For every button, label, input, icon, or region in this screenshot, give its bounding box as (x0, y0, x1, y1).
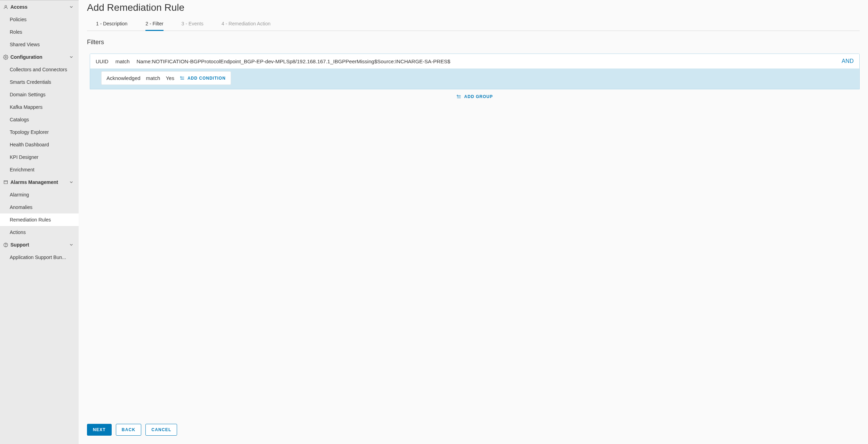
filter-value: Name:NOTIFICATION-BGPProtocolEndpoint_BG… (137, 58, 451, 64)
svg-point-0 (5, 5, 7, 7)
sidebar-item-label: Catalogs (10, 117, 29, 122)
alarm-icon (3, 179, 8, 185)
filter-logic-operator[interactable]: AND (842, 58, 854, 64)
filter-field: Acknowledged (106, 75, 141, 81)
button-label: BACK (122, 427, 135, 432)
sidebar-item-label: Policies (10, 17, 26, 22)
filter-group: UUID match Name:NOTIFICATION-BGPProtocol… (90, 54, 860, 89)
sidebar-item-anomalies[interactable]: Anomalies (0, 201, 79, 213)
sidebar-group-support[interactable]: Support (0, 239, 79, 251)
sidebar-item-label: Application Support Bun... (10, 255, 66, 260)
sidebar-item-health-dashboard[interactable]: Health Dashboard (0, 138, 79, 151)
chevron-down-icon (69, 5, 74, 9)
sidebar-item-remediation-rules[interactable]: Remediation Rules (0, 213, 79, 226)
tab-events[interactable]: 3 - Events (182, 17, 204, 31)
filter-subgroup: Acknowledged match Yes ADD CONDITION (90, 68, 859, 89)
tab-label: 3 - Events (182, 21, 204, 26)
add-group-label: ADD GROUP (464, 94, 493, 99)
sidebar-item-kafka-mappers[interactable]: Kafka Mappers (0, 101, 79, 113)
sidebar-group-label: Access (10, 4, 27, 10)
svg-point-3 (6, 246, 6, 246)
back-button[interactable]: BACK (116, 424, 141, 436)
sidebar-item-label: Collectors and Connectors (10, 67, 67, 72)
tab-label: 1 - Description (96, 21, 127, 26)
tab-label: 2 - Filter (145, 21, 163, 26)
sidebar-group-label: Configuration (10, 54, 42, 60)
sidebar-item-label: Anomalies (10, 204, 32, 210)
sidebar-item-shared-views[interactable]: Shared Views (0, 38, 79, 51)
sidebar-item-domain-settings[interactable]: Domain Settings (0, 88, 79, 101)
button-label: CANCEL (151, 427, 171, 432)
chevron-down-icon (69, 242, 74, 247)
sidebar-group-configuration[interactable]: Configuration (0, 51, 79, 63)
next-button[interactable]: NEXT (87, 424, 112, 436)
sidebar-item-smarts-credentials[interactable]: Smarts Credentials (0, 76, 79, 88)
sidebar-item-actions[interactable]: Actions (0, 226, 79, 239)
sidebar-group-label: Alarms Management (10, 179, 58, 185)
page-title: Add Remediation Rule (87, 0, 860, 17)
sidebar-item-catalogs[interactable]: Catalogs (0, 113, 79, 126)
sidebar-group-alarms[interactable]: Alarms Management (0, 176, 79, 188)
sidebar-item-label: Roles (10, 29, 22, 35)
svg-point-1 (5, 56, 6, 58)
add-filter-icon (180, 76, 185, 81)
wizard-footer: NEXT BACK CANCEL (87, 415, 860, 436)
filter-value: Yes (166, 75, 174, 81)
filter-field: UUID (96, 58, 109, 64)
chevron-down-icon (69, 180, 74, 185)
sidebar-item-topology-explorer[interactable]: Topology Explorer (0, 126, 79, 138)
sidebar-item-label: KPI Designer (10, 154, 38, 160)
sidebar-item-label: Shared Views (10, 42, 40, 47)
sidebar-item-alarming[interactable]: Alarming (0, 188, 79, 201)
sidebar-item-label: Health Dashboard (10, 142, 49, 147)
sidebar-group-access[interactable]: Access (0, 1, 79, 13)
sidebar-item-label: Actions (10, 229, 26, 235)
add-condition-label: ADD CONDITION (188, 76, 226, 81)
sidebar-item-app-support-bundle[interactable]: Application Support Bun... (0, 251, 79, 264)
chevron-down-icon (69, 55, 74, 59)
filter-condition-secondary[interactable]: Acknowledged match Yes ADD CONDITION (101, 71, 231, 85)
add-group-button[interactable]: ADD GROUP (456, 94, 493, 99)
add-group-row: ADD GROUP (90, 89, 860, 100)
cancel-button[interactable]: CANCEL (145, 424, 177, 436)
sidebar-item-label: Remediation Rules (10, 217, 51, 223)
tab-remediation-action[interactable]: 4 - Remediation Action (222, 17, 271, 31)
sidebar-item-enrichment[interactable]: Enrichment (0, 163, 79, 176)
sidebar-item-label: Enrichment (10, 167, 34, 172)
sidebar-item-label: Topology Explorer (10, 129, 49, 135)
sidebar-item-roles[interactable]: Roles (0, 26, 79, 38)
filter-builder: UUID match Name:NOTIFICATION-BGPProtocol… (87, 54, 860, 100)
sidebar-item-policies[interactable]: Policies (0, 13, 79, 26)
gear-icon (3, 54, 8, 60)
sidebar: Access Policies Roles Shared Views Confi… (0, 0, 79, 444)
sidebar-item-kpi-designer[interactable]: KPI Designer (0, 151, 79, 163)
section-title: Filters (87, 39, 860, 46)
sidebar-item-label: Kafka Mappers (10, 104, 42, 110)
sidebar-item-label: Domain Settings (10, 92, 46, 97)
tab-description[interactable]: 1 - Description (96, 17, 127, 31)
filter-operator: match (146, 75, 160, 81)
sidebar-item-label: Smarts Credentials (10, 79, 51, 85)
main-content: Add Remediation Rule 1 - Description 2 -… (79, 0, 868, 444)
wizard-tabs: 1 - Description 2 - Filter 3 - Events 4 … (87, 17, 860, 31)
sidebar-item-label: Alarming (10, 192, 29, 197)
filter-operator: match (116, 58, 130, 64)
tab-filter[interactable]: 2 - Filter (145, 17, 163, 31)
tab-label: 4 - Remediation Action (222, 21, 271, 26)
help-icon (3, 242, 8, 248)
add-condition-button[interactable]: ADD CONDITION (180, 76, 226, 81)
button-label: NEXT (93, 427, 106, 432)
sidebar-group-label: Support (10, 242, 29, 248)
sidebar-item-collectors[interactable]: Collectors and Connectors (0, 63, 79, 76)
add-filter-icon (456, 94, 461, 99)
user-icon (3, 4, 8, 10)
filter-condition-primary[interactable]: UUID match Name:NOTIFICATION-BGPProtocol… (90, 54, 859, 68)
